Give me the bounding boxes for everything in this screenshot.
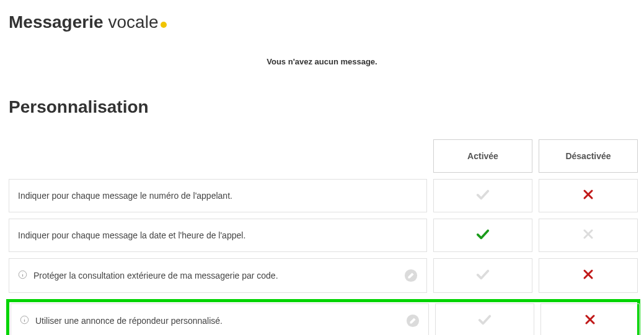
enabled-toggle[interactable] bbox=[433, 219, 532, 252]
cross-icon bbox=[583, 228, 594, 242]
check-icon bbox=[478, 313, 492, 329]
title-light: vocale bbox=[108, 12, 159, 32]
check-icon bbox=[476, 268, 490, 284]
setting-label-text: Indiquer pour chaque message le numéro d… bbox=[18, 191, 232, 201]
cross-icon bbox=[583, 189, 594, 202]
info-icon[interactable] bbox=[20, 315, 29, 326]
settings-grid: ActivéeDésactivée Indiquer pour chaque m… bbox=[9, 139, 635, 335]
cross-icon bbox=[584, 314, 596, 328]
disabled-toggle[interactable] bbox=[539, 219, 638, 252]
disabled-toggle[interactable] bbox=[540, 303, 640, 335]
check-icon bbox=[476, 188, 490, 204]
enabled-toggle[interactable] bbox=[433, 258, 532, 293]
title-bold: Messagerie bbox=[9, 12, 104, 32]
check-icon bbox=[476, 227, 490, 243]
column-header-enabled: Activée bbox=[433, 139, 532, 173]
title-dot-icon bbox=[161, 22, 167, 28]
highlighted-row: Utiliser une annonce de répondeur person… bbox=[6, 299, 640, 335]
setting-row-label: Indiquer pour chaque message le numéro d… bbox=[9, 179, 427, 212]
setting-label-text: Utiliser une annonce de répondeur person… bbox=[35, 316, 223, 326]
disabled-toggle[interactable] bbox=[539, 258, 638, 293]
setting-row-label: Indiquer pour chaque message la date et … bbox=[9, 219, 427, 252]
disabled-toggle[interactable] bbox=[539, 179, 638, 212]
setting-label-text: Indiquer pour chaque message la date et … bbox=[18, 230, 245, 240]
header-spacer bbox=[9, 139, 427, 173]
cross-icon bbox=[583, 269, 594, 282]
section-title: Personnalisation bbox=[9, 97, 635, 117]
column-header-disabled: Désactivée bbox=[539, 139, 638, 173]
no-messages-text: Vous n'avez aucun message. bbox=[9, 57, 635, 66]
info-icon[interactable] bbox=[18, 270, 27, 281]
setting-row-label: Utiliser une annonce de répondeur person… bbox=[11, 303, 429, 335]
page-title: Messagerie vocale bbox=[9, 12, 635, 32]
enabled-toggle[interactable] bbox=[435, 303, 534, 335]
setting-row-label: Protéger la consultation extérieure de m… bbox=[9, 258, 427, 293]
enabled-toggle[interactable] bbox=[433, 179, 532, 212]
setting-label-text: Protéger la consultation extérieure de m… bbox=[33, 271, 278, 281]
